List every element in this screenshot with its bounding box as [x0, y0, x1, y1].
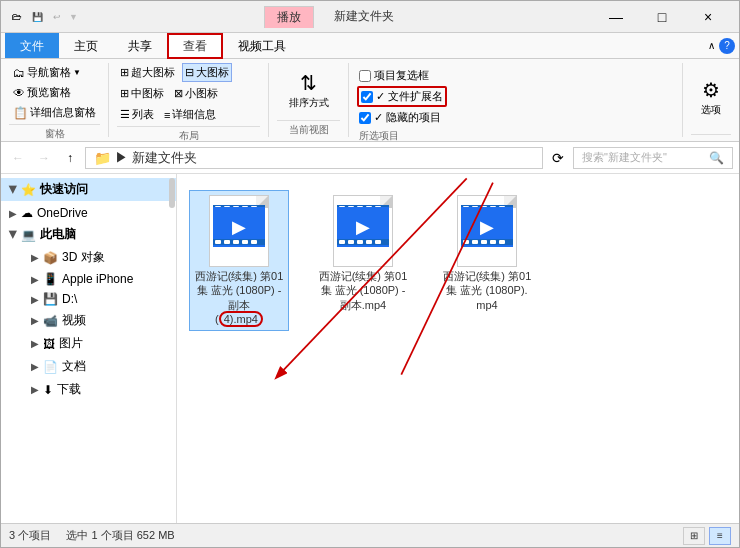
item-checkbox-option[interactable]: 项目复选框: [357, 67, 431, 84]
file-ext-checkbox[interactable]: [361, 91, 373, 103]
sidebar-item-quick-access[interactable]: ▶ ⭐ 快速访问: [1, 178, 176, 201]
main-content: ▶ ⭐ 快速访问 ▶ ☁ OneDrive ▶ 💻 此电脑 ▶: [1, 174, 739, 523]
status-text: 3 个项目 选中 1 个项目 652 MB: [9, 528, 683, 543]
preview-label: 预览窗格: [27, 85, 71, 100]
options-label: 选项: [701, 103, 721, 117]
sidebar-item-this-pc[interactable]: ▶ 💻 此电脑: [1, 223, 176, 246]
tab-file[interactable]: 文件: [5, 33, 59, 58]
path-folder-icon: 📁: [94, 150, 111, 166]
file-item-1[interactable]: ▶ 西游记(续集) 第01集 蓝光 (1080P) - 副本 (4).mp4: [189, 190, 289, 331]
medium-icon-btn[interactable]: ⊞ 中图标: [117, 84, 167, 103]
hidden-items-checkbox[interactable]: [359, 112, 371, 124]
item-checkbox-input[interactable]: [359, 70, 371, 82]
sidebar-item-apple-iphone[interactable]: ▶ 📱 Apple iPhone: [23, 269, 176, 289]
details-label: 详细信息窗格: [30, 105, 96, 120]
extra-large-icon-btn[interactable]: ⊞ 超大图标: [117, 63, 178, 82]
sort-by-button[interactable]: ⇅ 排序方式: [284, 68, 334, 113]
sidebar-item-videos[interactable]: ▶ 📹 视频: [23, 309, 176, 332]
expand-arrow-dl: ▶: [31, 384, 39, 395]
sidebar: ▶ ⭐ 快速访问 ▶ ☁ OneDrive ▶ 💻 此电脑 ▶: [1, 174, 177, 523]
extra-large-label: 超大图标: [131, 65, 175, 80]
up-button[interactable]: ↑: [59, 147, 81, 169]
large-label: 大图标: [196, 65, 229, 80]
expand-arrow-pictures: ▶: [31, 338, 39, 349]
list-view-toggle[interactable]: ≡: [709, 527, 731, 545]
tab-video-tools[interactable]: 视频工具: [223, 33, 301, 58]
hidden-items-option[interactable]: ✓ 隐藏的项目: [357, 109, 443, 126]
file-item-3[interactable]: ▶ 西游记(续集) 第01集 蓝光 (1080P).mp4: [437, 190, 537, 317]
film-strip-bot-1: [213, 239, 265, 245]
file-ext-label: ✓ 文件扩展名: [376, 89, 443, 104]
preview-pane-button[interactable]: 👁 预览窗格: [9, 83, 75, 102]
grid-view-toggle[interactable]: ⊞: [683, 527, 705, 545]
small-icon: ⊠: [174, 87, 183, 100]
path-text: ▶ 新建文件夹: [115, 149, 197, 167]
preview-icon: 👁: [13, 86, 25, 100]
nav-pane-arrow: ▼: [73, 68, 81, 77]
file-item-2[interactable]: ▶ 西游记(续集) 第01集 蓝光 (1080P) - 副本.mp4: [313, 190, 413, 317]
search-box[interactable]: 搜索"新建文件夹" 🔍: [573, 147, 733, 169]
3d-label: 3D 对象: [62, 249, 105, 266]
sidebar-item-onedrive[interactable]: ▶ ☁ OneDrive: [1, 203, 176, 223]
window-title: 新建文件夹: [322, 6, 406, 27]
documents-icon: 📄: [43, 360, 58, 374]
sidebar-group-quick-access: ▶ ⭐ 快速访问: [1, 178, 176, 201]
large-icon: ⊟: [185, 66, 194, 79]
details-pane-button[interactable]: 📋 详细信息窗格: [9, 103, 100, 122]
quick-access-label: 快速访问: [40, 181, 88, 198]
play-icon-3: ▶: [480, 216, 494, 238]
ribbon-group-layout: ⊞ 超大图标 ⊟ 大图标 ⊞ 中图标: [109, 63, 269, 137]
play-icon-2: ▶: [356, 216, 370, 238]
sidebar-item-downloads[interactable]: ▶ ⬇ 下载: [23, 378, 176, 401]
layout-row-3: ☰ 列表 ≡ 详细信息: [117, 105, 219, 124]
film-strip-bot-2: [337, 239, 389, 245]
ribbon-collapse-icon[interactable]: ∧: [708, 40, 715, 51]
sidebar-item-3d-objects[interactable]: ▶ 📦 3D 对象: [23, 246, 176, 269]
tab-view[interactable]: 查看: [167, 33, 223, 59]
window-icon: 🗁: [9, 9, 25, 25]
list-view-btn[interactable]: ☰ 列表: [117, 105, 157, 124]
window-controls: — □ ×: [593, 1, 731, 33]
ribbon-content: 🗂 导航窗格 ▼ 👁 预览窗格 📋 详细信息窗格 窗格: [1, 59, 739, 141]
file-icon-3: ▶: [452, 195, 522, 265]
minimize-button[interactable]: —: [593, 1, 639, 33]
expand-arrow-this-pc: ▶: [8, 231, 19, 239]
refresh-button[interactable]: ⟳: [547, 147, 569, 169]
large-icon-btn[interactable]: ⊟ 大图标: [182, 63, 232, 82]
documents-label: 文档: [62, 358, 86, 375]
videos-label: 视频: [62, 312, 86, 329]
sort-icon: ⇅: [300, 71, 317, 95]
tab-home[interactable]: 主页: [59, 33, 113, 58]
pictures-label: 图片: [59, 335, 83, 352]
file-name-1: 西游记(续集) 第01集 蓝光 (1080P) - 副本 (4).mp4: [194, 269, 284, 326]
options-button[interactable]: ⚙ 选项: [691, 75, 731, 120]
extra-large-icon: ⊞: [120, 66, 129, 79]
iphone-icon: 📱: [43, 272, 58, 286]
nav-pane-button[interactable]: 🗂 导航窗格 ▼: [9, 63, 85, 82]
file-name-3: 西游记(续集) 第01集 蓝光 (1080P).mp4: [442, 269, 532, 312]
selected-label: 所选项目: [359, 129, 399, 143]
sidebar-item-d-drive[interactable]: ▶ 💾 D:\: [23, 289, 176, 309]
status-bar: 3 个项目 选中 1 个项目 652 MB ⊞ ≡: [1, 523, 739, 547]
search-placeholder: 搜索"新建文件夹": [582, 150, 667, 165]
back-button[interactable]: ←: [7, 147, 29, 169]
help-icon[interactable]: ?: [719, 38, 735, 54]
close-button[interactable]: ×: [685, 1, 731, 33]
forward-button[interactable]: →: [33, 147, 55, 169]
highlighted-ext-1: 4).mp4: [219, 311, 263, 327]
file-ext-option[interactable]: ✓ 文件扩展名: [357, 86, 447, 107]
small-icon-btn[interactable]: ⊠ 小图标: [171, 84, 221, 103]
sidebar-item-pictures[interactable]: ▶ 🖼 图片: [23, 332, 176, 355]
tab-play[interactable]: 播放: [264, 6, 314, 28]
tab-share[interactable]: 共享: [113, 33, 167, 58]
file-area: ▶ 西游记(续集) 第01集 蓝光 (1080P) - 副本 (4).mp4: [177, 174, 739, 523]
current-view-label: 当前视图: [277, 120, 340, 137]
details-view-btn[interactable]: ≡ 详细信息: [161, 105, 219, 124]
hole-b4: [242, 240, 248, 244]
iphone-label: Apple iPhone: [62, 272, 133, 286]
address-path[interactable]: 📁 ▶ 新建文件夹: [85, 147, 543, 169]
undo-icon: ↩: [49, 9, 65, 25]
maximize-button[interactable]: □: [639, 1, 685, 33]
details-view-label: 详细信息: [172, 107, 216, 122]
sidebar-item-documents[interactable]: ▶ 📄 文档: [23, 355, 176, 378]
